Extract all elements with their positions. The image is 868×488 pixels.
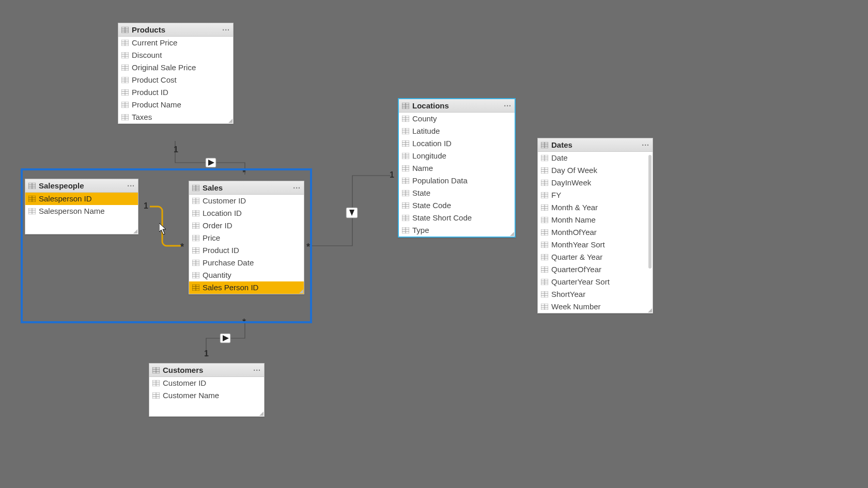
field-item[interactable]: Original Sale Price bbox=[118, 61, 233, 74]
field-item[interactable]: Product ID bbox=[118, 86, 233, 99]
table-locations[interactable]: Locations ··· County Latitude Location I… bbox=[398, 98, 516, 238]
table-menu-icon[interactable]: ··· bbox=[253, 368, 261, 373]
resize-handle[interactable] bbox=[509, 231, 515, 237]
field-item[interactable]: Customer Name bbox=[149, 389, 264, 402]
field-label: Order ID bbox=[203, 221, 233, 231]
table-menu-icon[interactable]: ··· bbox=[222, 27, 230, 33]
field-item[interactable]: Location ID bbox=[399, 137, 515, 150]
table-header[interactable]: Sales ··· bbox=[189, 181, 304, 195]
field-item[interactable]: Customer ID bbox=[149, 377, 264, 389]
resize-handle[interactable] bbox=[133, 229, 138, 234]
table-header[interactable]: Salespeople ··· bbox=[25, 179, 138, 193]
field-item[interactable]: County bbox=[399, 113, 515, 125]
scrollbar-thumb[interactable] bbox=[648, 155, 652, 269]
table-menu-icon[interactable]: ··· bbox=[127, 183, 135, 188]
table-title: Salespeople bbox=[39, 181, 124, 190]
field-item[interactable]: Customer ID bbox=[189, 195, 304, 207]
field-item[interactable]: Date bbox=[538, 152, 653, 164]
field-label: Sales Person ID bbox=[203, 282, 258, 293]
table-title: Sales bbox=[203, 183, 290, 192]
field-item[interactable]: State Code bbox=[399, 199, 515, 212]
field-item[interactable]: Salesperson Name bbox=[25, 205, 138, 217]
field-item[interactable]: Quantity bbox=[189, 269, 304, 281]
field-item[interactable]: State Short Code bbox=[399, 212, 515, 224]
field-label: Purchase Date bbox=[203, 258, 254, 268]
column-icon bbox=[192, 235, 199, 241]
field-item[interactable]: Discount bbox=[118, 49, 233, 61]
table-sales[interactable]: Sales ··· Customer ID Location ID Order … bbox=[189, 181, 304, 294]
table-icon bbox=[192, 185, 199, 191]
table-title: Products bbox=[132, 25, 219, 34]
field-item[interactable]: FY bbox=[538, 189, 653, 201]
field-item[interactable]: Month & Year bbox=[538, 201, 653, 214]
field-item[interactable]: Month Name bbox=[538, 214, 653, 226]
field-item[interactable]: QuarterYear Sort bbox=[538, 276, 653, 288]
model-canvas[interactable]: 1 1 * * 1 1 * * Products ··· Current Pri… bbox=[0, 0, 868, 488]
field-item[interactable]: Name bbox=[399, 162, 515, 175]
field-item[interactable]: MonthOfYear bbox=[538, 226, 653, 239]
field-label: Discount bbox=[132, 50, 162, 60]
resize-handle[interactable] bbox=[299, 289, 304, 294]
field-list: Customer ID Customer Name bbox=[149, 377, 264, 402]
field-item[interactable]: Population Data bbox=[399, 175, 515, 187]
resize-handle[interactable] bbox=[647, 308, 653, 313]
field-label: Product ID bbox=[132, 87, 168, 98]
field-item[interactable]: Sales Person ID bbox=[189, 281, 304, 294]
field-label: Week Number bbox=[551, 302, 601, 312]
field-item[interactable]: Quarter & Year bbox=[538, 251, 653, 263]
field-label: Customer ID bbox=[203, 196, 246, 206]
table-title: Dates bbox=[551, 140, 639, 149]
field-label: Product Name bbox=[132, 100, 181, 110]
field-label: QuarterOfYear bbox=[551, 264, 601, 275]
table-menu-icon[interactable]: ··· bbox=[504, 103, 512, 108]
resize-handle[interactable] bbox=[259, 411, 264, 416]
table-header[interactable]: Customers ··· bbox=[149, 364, 264, 377]
table-dates[interactable]: Dates ··· Date Day Of Week DayInWeek FY … bbox=[537, 138, 653, 313]
field-item[interactable]: MonthYear Sort bbox=[538, 239, 653, 251]
field-item[interactable]: Current Price bbox=[118, 37, 233, 49]
field-label: Quantity bbox=[203, 270, 231, 280]
field-item[interactable]: Salesperson ID bbox=[25, 193, 138, 205]
field-list: Customer ID Location ID Order ID Price P… bbox=[189, 195, 304, 294]
field-item[interactable]: Product ID bbox=[189, 244, 304, 257]
column-icon bbox=[121, 65, 129, 71]
field-item[interactable]: Price bbox=[189, 232, 304, 244]
field-item[interactable]: Week Number bbox=[538, 301, 653, 313]
field-item[interactable]: Order ID bbox=[189, 219, 304, 232]
field-item[interactable]: Location ID bbox=[189, 207, 304, 219]
column-icon bbox=[192, 285, 199, 291]
table-customers[interactable]: Customers ··· Customer ID Customer Name bbox=[149, 363, 265, 417]
column-icon bbox=[402, 140, 409, 147]
field-item[interactable]: Product Cost bbox=[118, 74, 233, 86]
cardinality-one: 1 bbox=[144, 201, 148, 211]
field-item[interactable]: Longitude bbox=[399, 150, 515, 162]
table-icon bbox=[121, 27, 129, 33]
table-menu-icon[interactable]: ··· bbox=[293, 185, 301, 191]
table-icon bbox=[402, 103, 409, 109]
resize-handle[interactable] bbox=[228, 118, 233, 123]
field-item[interactable]: Taxes bbox=[118, 111, 233, 123]
field-item[interactable]: Latitude bbox=[399, 125, 515, 137]
column-icon bbox=[541, 155, 548, 161]
field-item[interactable]: ShortYear bbox=[538, 288, 653, 301]
table-header[interactable]: Dates ··· bbox=[538, 138, 653, 152]
field-label: Type bbox=[412, 225, 429, 235]
field-item[interactable]: DayInWeek bbox=[538, 177, 653, 189]
column-icon bbox=[192, 223, 199, 229]
column-icon bbox=[541, 254, 548, 260]
field-label: Population Data bbox=[412, 176, 468, 186]
svg-marker-198 bbox=[159, 223, 166, 234]
table-products[interactable]: Products ··· Current Price Discount Orig… bbox=[118, 23, 234, 124]
field-label: Quarter & Year bbox=[551, 252, 602, 262]
table-salespeople[interactable]: Salespeople ··· Salesperson ID Salespers… bbox=[25, 179, 138, 234]
field-item[interactable]: Purchase Date bbox=[189, 257, 304, 269]
field-item[interactable]: Product Name bbox=[118, 99, 233, 111]
column-icon bbox=[402, 116, 409, 122]
field-item[interactable]: State bbox=[399, 187, 515, 199]
table-header[interactable]: Products ··· bbox=[118, 23, 233, 37]
field-item[interactable]: Type bbox=[399, 224, 515, 237]
table-menu-icon[interactable]: ··· bbox=[642, 143, 649, 148]
field-item[interactable]: Day Of Week bbox=[538, 164, 653, 177]
field-item[interactable]: QuarterOfYear bbox=[538, 263, 653, 276]
table-header[interactable]: Locations ··· bbox=[399, 99, 515, 113]
